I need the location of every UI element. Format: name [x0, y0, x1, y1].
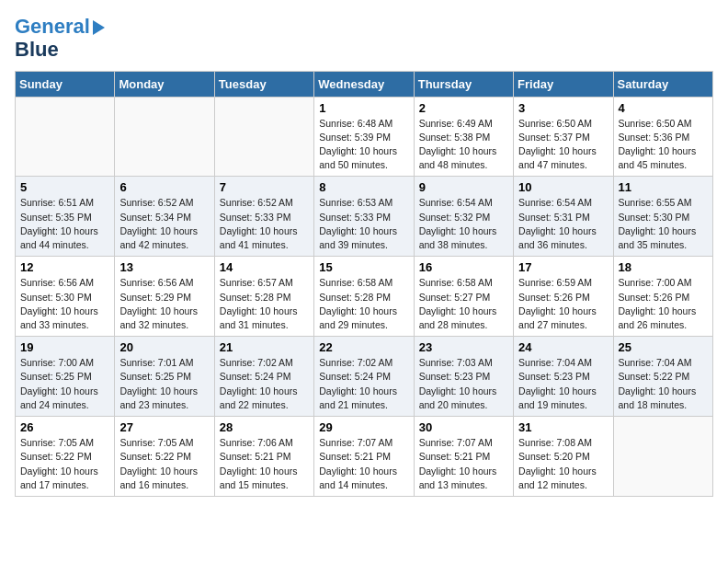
- calendar-cell: 23Sunrise: 7:03 AM Sunset: 5:23 PM Dayli…: [414, 337, 513, 417]
- calendar-cell: 10Sunrise: 6:54 AM Sunset: 5:31 PM Dayli…: [514, 177, 613, 257]
- day-number: 24: [518, 340, 608, 354]
- day-number: 12: [20, 260, 109, 274]
- day-number: 20: [119, 340, 209, 354]
- day-number: 13: [119, 260, 209, 274]
- weekday-saturday: Saturday: [613, 71, 712, 97]
- day-number: 25: [619, 340, 708, 354]
- calendar-cell: 22Sunrise: 7:02 AM Sunset: 5:24 PM Dayli…: [314, 337, 414, 417]
- calendar-cell: 31Sunrise: 7:08 AM Sunset: 5:20 PM Dayli…: [514, 417, 613, 497]
- calendar-cell: 18Sunrise: 7:00 AM Sunset: 5:26 PM Dayli…: [613, 257, 712, 337]
- calendar-cell: [214, 97, 313, 177]
- calendar-cell: [613, 417, 712, 497]
- day-number: 14: [220, 260, 309, 274]
- day-info: Sunrise: 6:55 AM Sunset: 5:30 PM Dayligh…: [619, 196, 708, 252]
- day-number: 10: [518, 180, 608, 194]
- day-info: Sunrise: 6:51 AM Sunset: 5:35 PM Dayligh…: [20, 196, 109, 252]
- day-info: Sunrise: 6:50 AM Sunset: 5:37 PM Dayligh…: [518, 117, 608, 173]
- day-number: 15: [319, 260, 408, 274]
- calendar-cell: 14Sunrise: 6:57 AM Sunset: 5:28 PM Dayli…: [214, 257, 313, 337]
- day-number: 11: [619, 180, 708, 194]
- calendar-body: 1Sunrise: 6:48 AM Sunset: 5:39 PM Daylig…: [16, 97, 713, 496]
- week-row-4: 19Sunrise: 7:00 AM Sunset: 5:25 PM Dayli…: [16, 337, 713, 417]
- calendar-cell: [115, 97, 214, 177]
- weekday-wednesday: Wednesday: [314, 71, 414, 97]
- day-number: 17: [518, 260, 608, 274]
- logo-text: General: [15, 15, 105, 38]
- calendar-cell: 30Sunrise: 7:07 AM Sunset: 5:21 PM Dayli…: [414, 417, 513, 497]
- day-info: Sunrise: 6:58 AM Sunset: 5:27 PM Dayligh…: [419, 276, 508, 332]
- calendar-cell: 11Sunrise: 6:55 AM Sunset: 5:30 PM Dayli…: [613, 177, 712, 257]
- logo: General Blue: [15, 15, 105, 62]
- day-number: 1: [319, 101, 408, 115]
- calendar-cell: 6Sunrise: 6:52 AM Sunset: 5:34 PM Daylig…: [115, 177, 214, 257]
- calendar-cell: 4Sunrise: 6:50 AM Sunset: 5:36 PM Daylig…: [613, 97, 712, 177]
- day-info: Sunrise: 6:56 AM Sunset: 5:29 PM Dayligh…: [119, 276, 209, 332]
- calendar-cell: 19Sunrise: 7:00 AM Sunset: 5:25 PM Dayli…: [16, 337, 115, 417]
- weekday-tuesday: Tuesday: [214, 71, 313, 97]
- day-info: Sunrise: 7:04 AM Sunset: 5:23 PM Dayligh…: [518, 356, 608, 412]
- day-number: 7: [220, 180, 309, 194]
- day-info: Sunrise: 6:57 AM Sunset: 5:28 PM Dayligh…: [220, 276, 309, 332]
- day-number: 22: [319, 340, 408, 354]
- day-number: 16: [419, 260, 508, 274]
- day-number: 19: [20, 340, 109, 354]
- day-info: Sunrise: 6:54 AM Sunset: 5:31 PM Dayligh…: [518, 196, 608, 252]
- day-info: Sunrise: 7:04 AM Sunset: 5:22 PM Dayligh…: [619, 356, 708, 412]
- day-number: 29: [319, 420, 408, 434]
- day-number: 21: [220, 340, 309, 354]
- calendar-cell: [16, 97, 115, 177]
- day-number: 30: [419, 420, 508, 434]
- day-info: Sunrise: 6:54 AM Sunset: 5:32 PM Dayligh…: [419, 196, 508, 252]
- calendar-cell: 12Sunrise: 6:56 AM Sunset: 5:30 PM Dayli…: [16, 257, 115, 337]
- day-number: 9: [419, 180, 508, 194]
- day-info: Sunrise: 6:50 AM Sunset: 5:36 PM Dayligh…: [619, 117, 708, 173]
- calendar-table: SundayMondayTuesdayWednesdayThursdayFrid…: [15, 71, 713, 497]
- day-number: 8: [319, 180, 408, 194]
- calendar-cell: 16Sunrise: 6:58 AM Sunset: 5:27 PM Dayli…: [414, 257, 513, 337]
- calendar-cell: 13Sunrise: 6:56 AM Sunset: 5:29 PM Dayli…: [115, 257, 214, 337]
- week-row-3: 12Sunrise: 6:56 AM Sunset: 5:30 PM Dayli…: [16, 257, 713, 337]
- day-number: 31: [518, 420, 608, 434]
- day-info: Sunrise: 6:59 AM Sunset: 5:26 PM Dayligh…: [518, 276, 608, 332]
- day-info: Sunrise: 7:02 AM Sunset: 5:24 PM Dayligh…: [220, 356, 309, 412]
- day-info: Sunrise: 7:00 AM Sunset: 5:26 PM Dayligh…: [619, 276, 708, 332]
- day-number: 26: [20, 420, 109, 434]
- calendar-cell: 15Sunrise: 6:58 AM Sunset: 5:28 PM Dayli…: [314, 257, 414, 337]
- calendar-cell: 28Sunrise: 7:06 AM Sunset: 5:21 PM Dayli…: [214, 417, 313, 497]
- day-number: 23: [419, 340, 508, 354]
- day-info: Sunrise: 6:49 AM Sunset: 5:38 PM Dayligh…: [419, 117, 508, 173]
- day-number: 3: [518, 101, 608, 115]
- day-info: Sunrise: 7:02 AM Sunset: 5:24 PM Dayligh…: [319, 356, 408, 412]
- week-row-5: 26Sunrise: 7:05 AM Sunset: 5:22 PM Dayli…: [16, 417, 713, 497]
- page-header: General Blue: [15, 15, 713, 62]
- day-info: Sunrise: 7:08 AM Sunset: 5:20 PM Dayligh…: [518, 436, 608, 492]
- week-row-2: 5Sunrise: 6:51 AM Sunset: 5:35 PM Daylig…: [16, 177, 713, 257]
- day-number: 4: [619, 101, 708, 115]
- day-info: Sunrise: 6:53 AM Sunset: 5:33 PM Dayligh…: [319, 196, 408, 252]
- day-info: Sunrise: 7:03 AM Sunset: 5:23 PM Dayligh…: [419, 356, 508, 412]
- day-number: 27: [119, 420, 209, 434]
- calendar-cell: 8Sunrise: 6:53 AM Sunset: 5:33 PM Daylig…: [314, 177, 414, 257]
- day-info: Sunrise: 6:58 AM Sunset: 5:28 PM Dayligh…: [319, 276, 408, 332]
- day-info: Sunrise: 7:07 AM Sunset: 5:21 PM Dayligh…: [319, 436, 408, 492]
- calendar-cell: 27Sunrise: 7:05 AM Sunset: 5:22 PM Dayli…: [115, 417, 214, 497]
- day-info: Sunrise: 6:48 AM Sunset: 5:39 PM Dayligh…: [319, 117, 408, 173]
- calendar-cell: 21Sunrise: 7:02 AM Sunset: 5:24 PM Dayli…: [214, 337, 313, 417]
- weekday-monday: Monday: [115, 71, 214, 97]
- day-info: Sunrise: 7:05 AM Sunset: 5:22 PM Dayligh…: [119, 436, 209, 492]
- calendar-cell: 26Sunrise: 7:05 AM Sunset: 5:22 PM Dayli…: [16, 417, 115, 497]
- calendar-cell: 17Sunrise: 6:59 AM Sunset: 5:26 PM Dayli…: [514, 257, 613, 337]
- calendar-cell: 3Sunrise: 6:50 AM Sunset: 5:37 PM Daylig…: [514, 97, 613, 177]
- calendar-cell: 25Sunrise: 7:04 AM Sunset: 5:22 PM Dayli…: [613, 337, 712, 417]
- day-info: Sunrise: 7:06 AM Sunset: 5:21 PM Dayligh…: [220, 436, 309, 492]
- weekday-sunday: Sunday: [16, 71, 115, 97]
- day-info: Sunrise: 7:07 AM Sunset: 5:21 PM Dayligh…: [419, 436, 508, 492]
- calendar-cell: 24Sunrise: 7:04 AM Sunset: 5:23 PM Dayli…: [514, 337, 613, 417]
- calendar-cell: 1Sunrise: 6:48 AM Sunset: 5:39 PM Daylig…: [314, 97, 414, 177]
- day-number: 28: [220, 420, 309, 434]
- day-info: Sunrise: 7:00 AM Sunset: 5:25 PM Dayligh…: [20, 356, 109, 412]
- day-number: 2: [419, 101, 508, 115]
- day-number: 5: [20, 180, 109, 194]
- weekday-thursday: Thursday: [414, 71, 513, 97]
- day-info: Sunrise: 7:05 AM Sunset: 5:22 PM Dayligh…: [20, 436, 109, 492]
